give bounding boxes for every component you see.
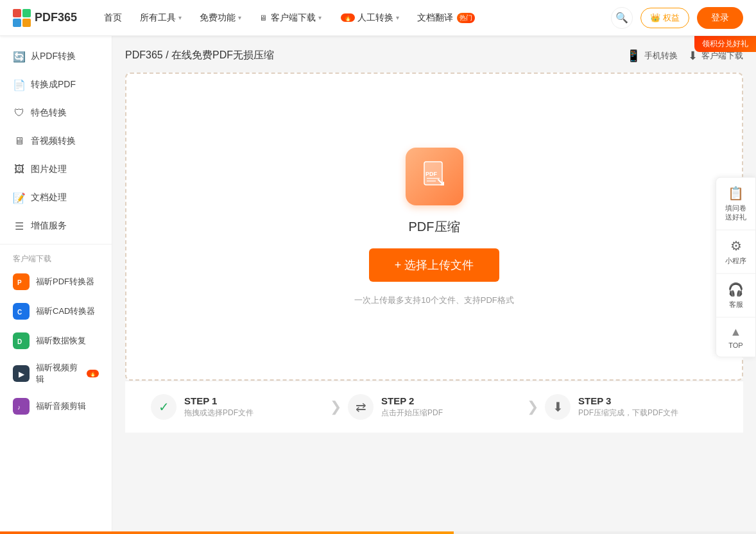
step1-title: STEP 1 [184, 395, 253, 406]
audio-editor-icon: ♪ [13, 398, 30, 415]
customer-service-button[interactable]: 🎧 客服 [716, 273, 755, 317]
step-arrow-2: ❯ [527, 399, 538, 415]
mobile-convert-button[interactable]: 📱 手机转换 [626, 49, 678, 63]
sidebar-section-label: 客户端下载 [0, 248, 112, 267]
sidebar-item-image[interactable]: 🖼 图片处理 [0, 155, 112, 184]
sidebar-app-data[interactable]: D 福昕数据恢复 [0, 326, 112, 356]
step2-desc: 点击开始压缩PDF [381, 408, 443, 418]
cad-converter-icon: C [13, 303, 30, 320]
video-editor-icon: ▶ [13, 365, 30, 382]
step2-icon: ⇄ [348, 394, 374, 420]
svg-text:P: P [17, 279, 22, 286]
step1-desc: 拖拽或选择PDF文件 [184, 408, 253, 418]
miniprogram-icon: ⚙ [730, 237, 742, 253]
step-1: ✓ STEP 1 拖拽或选择PDF文件 [151, 394, 323, 420]
to-pdf-icon: 📄 [13, 78, 26, 91]
step3-title: STEP 3 [578, 395, 678, 406]
nav-download[interactable]: 🖥 客户端下载 ▾ [252, 8, 329, 28]
headset-icon: 🎧 [728, 281, 744, 297]
quanyi-button[interactable]: 👑 权益 [640, 8, 689, 28]
av-icon: 🖥 [13, 135, 26, 148]
survey-icon: 📋 [728, 185, 744, 201]
mobile-icon: 📱 [626, 49, 640, 63]
from-pdf-icon: 🔄 [13, 50, 26, 63]
upload-button[interactable]: + 选择上传文件 [369, 248, 500, 282]
image-icon: 🖼 [13, 163, 26, 176]
svg-text:D: D [17, 338, 22, 345]
upload-area[interactable]: PDF PDF压缩 + 选择上传文件 一次上传最多支持10个文件、支持PDF格式 [125, 73, 743, 381]
step3-icon: ⬇ [545, 394, 571, 420]
logo-icon [13, 9, 31, 27]
sidebar-divider [0, 244, 112, 245]
chevron-down-icon: ▾ [396, 14, 399, 21]
vip-icon: ☰ [13, 220, 26, 232]
progress-bar-fill [0, 531, 454, 534]
steps-bar: ✓ STEP 1 拖拽或选择PDF文件 ❯ ⇄ STEP 2 点击开始压缩PDF… [125, 381, 743, 433]
progress-bar-container [0, 531, 756, 534]
back-to-top-button[interactable]: ▲ TOP [716, 317, 755, 356]
search-button[interactable]: 🔍 [611, 7, 633, 29]
miniprogram-button[interactable]: ⚙ 小程序 [716, 230, 755, 273]
chevron-down-icon: ▾ [238, 14, 241, 21]
sidebar-item-special[interactable]: 🛡 特色转换 [0, 99, 112, 127]
svg-text:♪: ♪ [17, 404, 21, 411]
doc-icon: 📝 [13, 191, 26, 204]
sidebar: 🔄 从PDF转换 📄 转换成PDF 🛡 特色转换 🖥 音视频转换 🖼 图片处理 … [0, 36, 112, 534]
pdf-converter-icon: P [13, 273, 30, 290]
step-arrow-1: ❯ [330, 399, 341, 415]
main-content: PDF365 / 在线免费PDF无损压缩 📱 手机转换 ⬇ 客户端下载 PDF [112, 36, 756, 534]
right-float-panel: 📋 填问卷送好礼 ⚙ 小程序 🎧 客服 ▲ TOP [716, 177, 756, 357]
sidebar-app-pdf[interactable]: P 福昕PDF转换器 [0, 267, 112, 297]
step-2: ⇄ STEP 2 点击开始压缩PDF [348, 394, 520, 420]
svg-text:PDF: PDF [425, 171, 438, 177]
login-button[interactable]: 登录 [697, 7, 743, 29]
step1-icon: ✓ [151, 394, 176, 420]
layout: 🔄 从PDF转换 📄 转换成PDF 🛡 特色转换 🖥 音视频转换 🖼 图片处理 … [0, 36, 756, 534]
new-badge: 🔥 [87, 370, 99, 377]
sidebar-item-doc[interactable]: 📝 文档处理 [0, 184, 112, 212]
svg-text:C: C [17, 309, 22, 316]
logo[interactable]: PDF365 [13, 9, 77, 27]
fire-badge: 🔥 [341, 13, 355, 22]
pdf-compress-icon: PDF [406, 148, 463, 205]
nav-human[interactable]: 🔥 人工转换 ▾ [332, 8, 407, 28]
special-icon: 🛡 [13, 107, 26, 119]
step3-desc: PDF压缩完成，下载PDF文件 [578, 408, 678, 418]
nav-home[interactable]: 首页 [96, 8, 130, 28]
search-icon: 🔍 [615, 12, 628, 24]
hot-badge: 热门 [457, 13, 475, 23]
sidebar-item-av[interactable]: 🖥 音视频转换 [0, 127, 112, 155]
main-nav: 首页 所有工具 ▾ 免费功能 ▾ 🖥 客户端下载 ▾ 🔥 人工转换 ▾ 文档翻译… [96, 8, 611, 28]
sidebar-item-from-pdf[interactable]: 🔄 从PDF转换 [0, 42, 112, 71]
sidebar-app-cad[interactable]: C 福昕CAD转换器 [0, 297, 112, 326]
step-3: ⬇ STEP 3 PDF压缩完成，下载PDF文件 [545, 394, 717, 420]
chevron-down-icon: ▾ [178, 14, 182, 21]
upload-title: PDF压缩 [409, 218, 460, 236]
step2-title: STEP 2 [381, 395, 443, 406]
header-right: 🔍 👑 权益 登录 [611, 7, 743, 29]
data-recovery-icon: D [13, 332, 30, 349]
sidebar-item-vip[interactable]: ☰ 增值服务 [0, 212, 112, 240]
gift-banner[interactable]: 领积分兑好礼 [694, 36, 756, 52]
sidebar-app-audio[interactable]: ♪ 福昕音频剪辑 [0, 392, 112, 421]
upload-hint: 一次上传最多支持10个文件、支持PDF格式 [354, 295, 513, 306]
header: PDF365 首页 所有工具 ▾ 免费功能 ▾ 🖥 客户端下载 ▾ 🔥 人工转换… [0, 0, 756, 36]
monitor-icon: 🖥 [259, 13, 267, 22]
svg-text:▶: ▶ [19, 370, 25, 379]
crown-icon: 👑 [650, 13, 660, 22]
logo-text: PDF365 [35, 11, 77, 24]
chevron-down-icon: ▾ [318, 14, 322, 21]
nav-free[interactable]: 免费功能 ▾ [192, 8, 249, 28]
top-arrow-icon: ▲ [730, 325, 742, 338]
nav-tools[interactable]: 所有工具 ▾ [132, 8, 189, 28]
nav-translate[interactable]: 文档翻译 热门 [409, 8, 483, 28]
sidebar-app-video[interactable]: ▶ 福昕视频剪辑 🔥 [0, 356, 112, 392]
survey-button[interactable]: 📋 填问卷送好礼 [716, 178, 755, 230]
sidebar-item-to-pdf[interactable]: 📄 转换成PDF [0, 71, 112, 99]
